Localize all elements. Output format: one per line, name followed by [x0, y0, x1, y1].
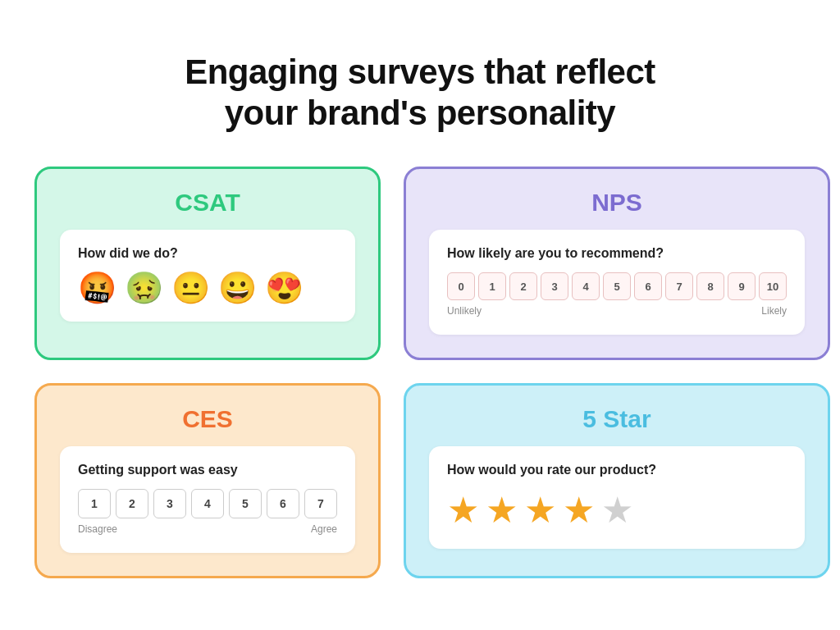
- nps-cell-5[interactable]: 5: [603, 272, 631, 300]
- star-2[interactable]: ★: [486, 489, 518, 531]
- card-csat: CSAT How did we do? 🤬 🤢 😐 😀 😍: [34, 167, 381, 360]
- ces-scale: 1 2 3 4 5 6 7: [78, 489, 337, 518]
- csat-label: CSAT: [175, 189, 240, 217]
- page-title: Engaging surveys that reflect your brand…: [185, 52, 655, 135]
- ces-cell-5[interactable]: 5: [229, 489, 262, 518]
- nps-label-likely: Likely: [761, 305, 787, 317]
- five-star-inner-card: How would you rate our product? ★ ★ ★ ★ …: [429, 446, 805, 549]
- cards-grid: CSAT How did we do? 🤬 🤢 😐 😀 😍 NPS How li…: [34, 167, 806, 578]
- nps-cell-8[interactable]: 8: [696, 272, 724, 300]
- ces-label-disagree: Disagree: [78, 523, 117, 535]
- ces-cell-6[interactable]: 6: [267, 489, 299, 518]
- csat-emoji-row: 🤬 🤢 😐 😀 😍: [78, 272, 337, 304]
- star-5[interactable]: ★: [601, 489, 633, 531]
- nps-cell-10[interactable]: 10: [759, 272, 787, 300]
- nps-cell-3[interactable]: 3: [541, 272, 568, 300]
- csat-inner-card: How did we do? 🤬 🤢 😐 😀 😍: [60, 230, 355, 322]
- star-1[interactable]: ★: [447, 489, 479, 531]
- star-4[interactable]: ★: [563, 489, 595, 531]
- ces-cell-2[interactable]: 2: [116, 489, 148, 518]
- ces-label-agree: Agree: [311, 523, 337, 535]
- ces-cell-1[interactable]: 1: [78, 489, 111, 518]
- ces-labels: Disagree Agree: [78, 523, 337, 535]
- nps-question: How likely are you to recommend?: [447, 246, 787, 261]
- nps-cell-2[interactable]: 2: [509, 272, 537, 300]
- nps-cell-4[interactable]: 4: [572, 272, 600, 300]
- ces-inner-card: Getting support was easy 1 2 3 4 5 6 7 D…: [60, 446, 355, 553]
- nps-cell-9[interactable]: 9: [728, 272, 756, 300]
- nps-cell-7[interactable]: 7: [665, 272, 693, 300]
- emoji-5: 😍: [265, 272, 304, 304]
- ces-question: Getting support was easy: [78, 463, 337, 477]
- nps-scale: 0 1 2 3 4 5 6 7 8 9 10: [447, 272, 787, 300]
- ces-label: CES: [182, 405, 233, 433]
- emoji-3: 😐: [171, 272, 210, 304]
- card-5star: 5 Star How would you rate our product? ★…: [404, 383, 830, 578]
- card-nps: NPS How likely are you to recommend? 0 1…: [404, 167, 830, 360]
- nps-cell-0[interactable]: 0: [447, 272, 475, 300]
- emoji-2: 🤢: [125, 272, 163, 304]
- ces-cell-4[interactable]: 4: [191, 489, 224, 518]
- nps-inner-card: How likely are you to recommend? 0 1 2 3…: [429, 230, 805, 335]
- nps-label-unlikely: Unlikely: [447, 305, 482, 317]
- star-3[interactable]: ★: [524, 489, 556, 531]
- emoji-4: 😀: [218, 272, 257, 304]
- nps-cell-1[interactable]: 1: [478, 272, 506, 300]
- emoji-1: 🤬: [78, 272, 116, 304]
- nps-labels: Unlikely Likely: [447, 305, 787, 317]
- nps-cell-6[interactable]: 6: [634, 272, 662, 300]
- ces-cell-7[interactable]: 7: [304, 489, 337, 518]
- five-star-label: 5 Star: [582, 405, 651, 433]
- csat-question: How did we do?: [78, 246, 337, 261]
- star-row: ★ ★ ★ ★ ★: [447, 489, 787, 531]
- five-star-question: How would you rate our product?: [447, 463, 787, 477]
- ces-cell-3[interactable]: 3: [153, 489, 186, 518]
- card-ces: CES Getting support was easy 1 2 3 4 5 6…: [34, 383, 381, 578]
- nps-label: NPS: [591, 189, 642, 217]
